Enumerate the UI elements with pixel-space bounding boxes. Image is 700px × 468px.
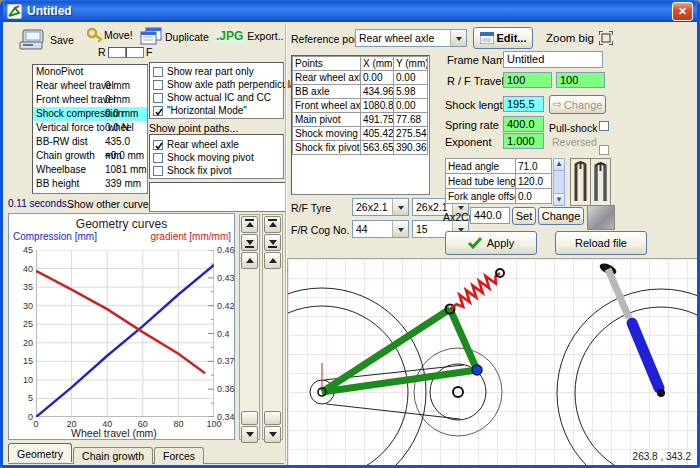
chart-scrollbar-right[interactable] [262,214,283,440]
spinner-thumb[interactable] [241,411,258,425]
points-row[interactable]: Main pivot491.7577.68 [293,113,428,127]
points-table-box: PointsX (mm)Y (mm) Rear wheel axle0.000.… [291,55,430,195]
checkbox[interactable] [153,166,163,176]
stats-row[interactable]: Vertical force to wheel0.0 N [33,121,147,135]
stats-row[interactable]: Rear wheel travel0 mm [33,79,147,93]
front-shift-input[interactable] [126,47,144,58]
stats-row[interactable]: MonoPivot [33,65,147,79]
fork-geometry-row[interactable]: Head angle71.0 [446,159,552,174]
bb-axle-point[interactable] [453,387,463,397]
spinner-thumb[interactable] [264,411,281,425]
checkbox-row[interactable]: Shock fix pivot [150,164,283,177]
spring-rate-input[interactable]: 400.0 [503,116,544,132]
jpg-export-button[interactable]: .JPG Export.. [215,29,284,43]
bike-drawing-canvas[interactable]: 263.8 , 343.2 [287,258,697,465]
points-row[interactable]: Shock moving pivot405.42275.54 [293,127,428,141]
spinner-to-bottom-icon[interactable] [264,234,281,251]
rear-travel-input[interactable]: 100 [503,72,552,88]
stats-row[interactable]: Front wheel travel0 mm [33,93,147,107]
ax2cr-input[interactable]: 440.0 [470,207,510,224]
spinner-to-bottom-icon[interactable] [241,234,258,251]
pull-shock-checkbox[interactable] [599,121,609,131]
stats-row[interactable]: Shock compression0.0 mm [33,107,147,121]
scroll-up-icon[interactable]: ▲ [554,159,564,171]
close-button[interactable]: ✕ [672,2,693,21]
checkbox-row[interactable]: "Horizontal Mode" [150,104,283,117]
stats-label: Rear wheel travel [36,80,114,91]
scroll-down-icon[interactable]: ▼ [554,193,564,205]
checkbox[interactable] [153,106,163,116]
points-row[interactable]: Front wheel axle1080.810.00 [293,99,428,113]
checkbox-row[interactable]: Shock moving pivot [150,151,283,164]
save-button[interactable]: Save [19,29,74,51]
apply-button[interactable]: Apply [445,231,537,255]
edit-window-icon [480,32,494,44]
duplicate-label: Duplicate [165,31,209,43]
ax2cr-change-button[interactable]: Change [538,207,584,225]
fork-geometry-row[interactable]: Fork angle offset0.0 [446,189,552,204]
rear-tyre-arrow-icon[interactable] [392,199,408,215]
checkbox[interactable] [153,140,163,150]
frame-name-input[interactable]: Untitled [503,51,603,68]
exponent-input[interactable]: 1.000 [503,133,544,149]
fork-image-1[interactable] [570,158,591,206]
tab-forces[interactable]: Forces [154,447,204,464]
spinner-down-icon[interactable] [264,426,281,443]
checkbox[interactable] [153,80,163,90]
tab-geometry[interactable]: Geometry [8,443,72,462]
ax2cr-set-button[interactable]: Set [512,207,536,225]
spinner-to-top-icon[interactable] [241,216,258,233]
checkbox-row[interactable]: Show rear part only [150,65,283,78]
fork-geometry-row[interactable]: Head tube length120.0 [446,174,552,189]
duplicate-button[interactable]: Duplicate [140,27,209,46]
reference-point-select[interactable]: Rear wheel axle [355,29,467,47]
shock-length-input[interactable]: 195.5 [503,96,544,112]
spinner-track[interactable] [240,270,259,410]
exponent-label: Exponent [445,136,491,148]
edit-button[interactable]: Edit... [473,27,533,49]
points-row[interactable]: Rear wheel axle0.000.00 [293,71,428,85]
stats-label: Wheelbase [36,164,86,175]
frame-seat-tube[interactable] [450,309,477,370]
front-axle-point[interactable] [657,389,665,397]
spinner-up-icon[interactable] [264,252,281,269]
spinner-up-icon[interactable] [241,252,258,269]
spinner-to-top-icon[interactable] [264,216,281,233]
stats-row[interactable]: BB-RW dist435.0 mm [33,135,147,149]
tab-chain-growth[interactable]: Chain growth [73,447,153,464]
zoom-big-icon[interactable] [599,31,613,45]
front-travel-input[interactable]: 100 [556,72,605,88]
checkbox-row[interactable]: Show axle path perpendiculars [150,78,283,91]
fork-photo-thumbnail[interactable] [587,205,615,230]
checkbox-row[interactable]: Show actual IC and CC [150,91,283,104]
other-curves-listbox[interactable] [149,182,286,212]
front-cog-arrow-icon[interactable] [392,221,408,237]
checkbox[interactable] [153,153,163,163]
main-pivot-point[interactable] [472,365,482,375]
checkbox-row[interactable]: Rear wheel axle [150,138,283,151]
spring-rate-value: 400.0 [507,118,535,130]
move-button[interactable]: Move! [87,27,133,43]
rear-shift-input[interactable] [108,47,126,58]
fork-image-2[interactable] [590,158,611,206]
reversed-checkbox[interactable] [599,145,609,155]
fork-steerer[interactable] [608,269,629,318]
fork-geometry-scrollbar[interactable]: ▲ ▼ [553,158,565,206]
chart-scrollbar-left[interactable] [239,214,260,440]
points-row[interactable]: Shock fix pivot563.65390.36 [293,141,428,155]
fork-lower-leg[interactable] [632,323,659,388]
points-row[interactable]: BB axle434.965.98 [293,85,428,99]
front-cog-select[interactable]: 44 [352,220,409,238]
stats-row[interactable]: Wheelbase1081 mm [33,163,147,177]
rear-tyre-select[interactable]: 26x2.1 [352,198,409,216]
shock-change-button[interactable]: ⇨ Change [549,95,606,114]
checkbox[interactable] [153,67,163,77]
spinner-down-icon[interactable] [241,426,258,443]
shock-spring[interactable] [450,273,500,309]
stats-row[interactable]: BB height339 mm [33,177,147,191]
reference-dropdown-arrow-icon[interactable] [450,30,466,46]
spinner-track[interactable] [263,270,282,410]
checkbox[interactable] [153,93,163,103]
stats-row[interactable]: Chain growth+0.0 mm [33,149,147,163]
reload-file-button[interactable]: Reload file [555,231,647,255]
